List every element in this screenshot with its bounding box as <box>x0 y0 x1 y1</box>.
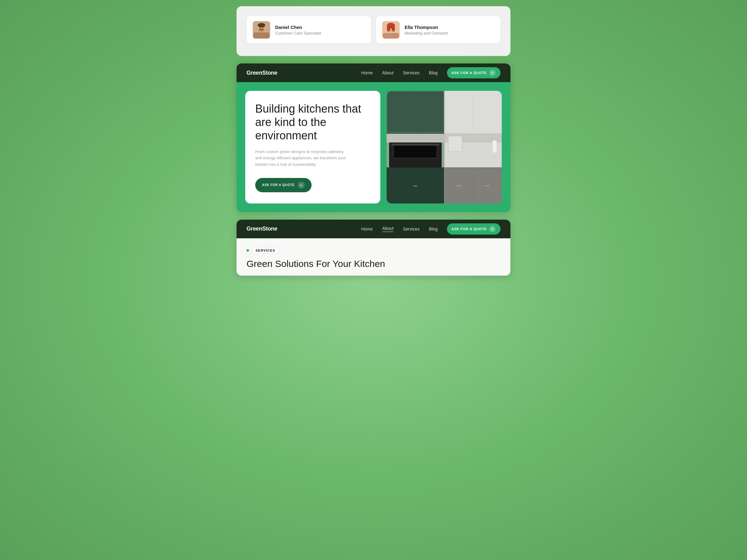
navbar-1: GreenStone Home About Services Blog ASK … <box>236 63 511 82</box>
nav-link-home-1[interactable]: Home <box>361 70 372 75</box>
kitchen-right-panel <box>444 91 502 204</box>
svg-rect-2 <box>253 32 269 38</box>
website-card-1: GreenStone Home About Services Blog ASK … <box>236 63 511 212</box>
hero-content-card: Building kitchens that are kind to the e… <box>245 91 380 204</box>
team-card-daniel[interactable]: Daniel Chen Customer Care Specialist <box>247 16 371 44</box>
team-info-ella: Ella Thompson Marketing and Outreach <box>405 25 448 35</box>
hero-cta-label: ASK FOR A QUOTE <box>262 183 295 187</box>
hero-cta-icon: + <box>298 182 305 189</box>
hero-cta-button[interactable]: ASK FOR A QUOTE + <box>255 178 312 192</box>
nav-link-services-2[interactable]: Services <box>403 226 419 232</box>
nav-link-blog-1[interactable]: Blog <box>429 70 438 75</box>
hero-section-1: Building kitchens that are kind to the e… <box>236 82 511 212</box>
hero-title: Building kitchens that are kind to the e… <box>255 102 370 142</box>
svg-point-3 <box>258 23 265 27</box>
nav-link-blog-2[interactable]: Blog <box>429 226 438 232</box>
nav-cta-button-1[interactable]: ASK FOR A QUOTE + <box>447 67 500 78</box>
kitchen-left-panel <box>387 91 444 204</box>
person-icon-female <box>382 21 400 38</box>
svg-rect-9 <box>383 33 399 38</box>
team-member-role-ella: Marketing and Outreach <box>405 31 448 35</box>
svg-point-14 <box>392 28 393 29</box>
svg-point-12 <box>392 26 395 32</box>
services-section-title: Green Solutions For Your Kitchen <box>247 258 500 269</box>
svg-point-6 <box>263 27 264 28</box>
website-card-2: GreenStone Home About Services Blog ASK … <box>236 220 511 276</box>
nav-cta-button-2[interactable]: ASK FOR A QUOTE + <box>447 223 500 235</box>
services-dot-icon <box>247 249 249 252</box>
nav-link-about-2[interactable]: About <box>382 226 394 232</box>
logo-2: GreenStone <box>247 225 277 232</box>
svg-point-11 <box>387 26 390 32</box>
team-cards: Daniel Chen Customer Care Specialist <box>247 16 500 44</box>
nav-link-home-2[interactable]: Home <box>361 226 372 232</box>
hero-image <box>387 91 502 204</box>
hero-text: Building kitchens that are kind to the e… <box>255 102 370 168</box>
team-member-name: Daniel Chen <box>275 25 321 30</box>
team-info-daniel: Daniel Chen Customer Care Specialist <box>275 25 321 35</box>
person-icon-male <box>253 21 270 38</box>
nav-cta-icon-1: + <box>489 70 495 76</box>
services-badge-label: SERVICES <box>252 247 279 254</box>
navbar-2: GreenStone Home About Services Blog ASK … <box>236 220 511 238</box>
svg-point-5 <box>260 27 260 28</box>
team-member-name-ella: Ella Thompson <box>405 25 448 30</box>
nav-cta-text-1: ASK FOR A QUOTE <box>451 71 487 75</box>
avatar-daniel <box>253 21 270 38</box>
nav-links-1: Home About Services Blog ASK FOR A QUOTE… <box>361 67 500 78</box>
team-member-role: Customer Care Specialist <box>275 31 321 35</box>
svg-point-13 <box>389 28 390 29</box>
services-section: SERVICES Green Solutions For Your Kitche… <box>236 238 511 276</box>
nav-cta-text-2: ASK FOR A QUOTE <box>451 227 487 231</box>
nav-link-about-1[interactable]: About <box>382 70 394 75</box>
nav-link-services-1[interactable]: Services <box>403 70 419 75</box>
avatar-ella <box>382 21 400 38</box>
logo-1: GreenStone <box>247 70 277 76</box>
services-badge-wrapper: SERVICES <box>247 247 500 254</box>
nav-links-2: Home About Services Blog ASK FOR A QUOTE… <box>361 223 500 235</box>
hero-subtitle: From custom green designs to recycled ca… <box>255 149 349 168</box>
team-section: Daniel Chen Customer Care Specialist <box>236 6 511 56</box>
nav-cta-icon-2: + <box>489 226 495 232</box>
team-card-ella[interactable]: Ella Thompson Marketing and Outreach <box>376 16 500 44</box>
